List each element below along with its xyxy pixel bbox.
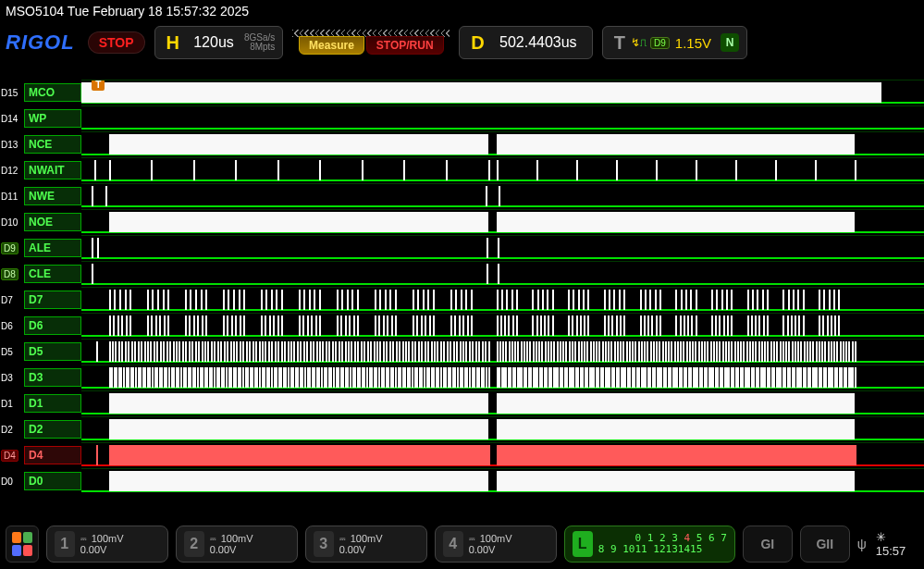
row-index-label: D4: [0, 442, 24, 468]
analog-channel-card-2[interactable]: 2⎓ 100mV0.00V: [176, 526, 298, 563]
timebase-group[interactable]: H 120us 8GSa/s8Mpts: [154, 26, 284, 59]
channel-label-NWE[interactable]: NWE: [24, 187, 81, 205]
delay-letter: D: [467, 32, 487, 54]
apps-button[interactable]: [6, 526, 39, 563]
channel-label-WP[interactable]: WP: [24, 109, 81, 128]
row-index-label: D0: [0, 468, 24, 494]
channel-readout: ⎓ 100mV0.00V: [469, 533, 512, 555]
logic-analyzer-card[interactable]: L 0 1 2 3 4 5 6 78 9 1011 12131415: [564, 526, 735, 563]
channel-label-NWAIT[interactable]: NWAIT: [24, 161, 81, 179]
channel-label-D2[interactable]: D2: [24, 420, 81, 439]
channel-label-MCO[interactable]: MCO: [24, 83, 81, 102]
row-index-label: D8: [0, 261, 24, 287]
trigger-level: 1.15V: [673, 35, 711, 51]
logic-L-badge: L: [573, 531, 593, 557]
tab-measure[interactable]: Measure: [299, 36, 364, 55]
digital-row-ALE: D9ALE: [0, 235, 924, 261]
group-1-card[interactable]: GI: [743, 526, 793, 563]
waveform-area[interactable]: D15MCOTD14WPD13NCED12NWAITD11NWED10NOED9…: [0, 80, 924, 518]
digital-row-CLE: D8CLE: [0, 261, 924, 287]
trigger-group[interactable]: T ↯⎍ D9 1.15V N: [602, 26, 747, 59]
channel-label-D6[interactable]: D6: [24, 316, 81, 335]
row-index-label: D12: [0, 157, 24, 183]
digital-row-NWAIT: D12NWAIT: [0, 157, 924, 183]
bottom-toolbar: 1⎓ 100mV0.00V2⎓ 100mV0.00V3⎓ 100mV0.00V4…: [0, 519, 924, 569]
channel-readout: ⎓ 100mV0.00V: [210, 533, 253, 555]
channel-number: 3: [314, 531, 334, 557]
digital-row-WP: D14WP: [0, 105, 924, 131]
trigger-edge-icon: ↯⎍: [631, 36, 647, 49]
row-index-label: D5: [0, 339, 24, 365]
row-index-label: D3: [0, 365, 24, 390]
digital-row-D2: D2D2: [0, 416, 924, 442]
channel-number: 4: [443, 531, 463, 557]
row-index-label: D13: [0, 131, 24, 157]
top-toolbar: RIGOL STOP H 120us 8GSa/s8Mpts Measure S…: [0, 22, 924, 65]
channel-label-D7[interactable]: D7: [24, 291, 81, 309]
row-index-label: D9: [0, 235, 24, 261]
row-index-label: D15: [0, 80, 24, 105]
channel-label-CLE[interactable]: CLE: [24, 265, 81, 283]
logic-bits: 0 1 2 3 4 5 6 78 9 1011 12131415: [598, 522, 727, 566]
delay-group[interactable]: D 502.4403us: [459, 26, 592, 59]
channel-number: 1: [55, 531, 75, 557]
channel-label-D1[interactable]: D1: [24, 394, 81, 413]
row-index-label: D11: [0, 183, 24, 209]
row-index-label: D2: [0, 416, 24, 442]
row-index-label: D6: [0, 313, 24, 339]
digital-row-D5: D5D5: [0, 339, 924, 365]
analog-channel-card-4[interactable]: 4⎓ 100mV0.00V: [435, 526, 557, 563]
channel-label-ALE[interactable]: ALE: [24, 239, 81, 257]
row-index-label: D1: [0, 390, 24, 416]
digital-row-NCE: D13NCE: [0, 131, 924, 157]
channel-label-D4[interactable]: D4: [24, 446, 81, 464]
digital-row-D3: D3D3: [0, 365, 924, 390]
channel-number: 2: [184, 531, 204, 557]
channel-readout: ⎓ 100mV0.00V: [80, 533, 124, 555]
tab-stoprun[interactable]: STOP/RUN: [366, 36, 444, 55]
channel-label-D0[interactable]: D0: [24, 472, 81, 490]
status-right: ψ ✳ 15:57: [857, 530, 918, 558]
timebase-value: 120us: [187, 34, 240, 51]
usb-icon: ψ: [857, 537, 867, 551]
brand-logo: RIGOL: [6, 31, 75, 55]
center-tabs: Measure STOP/RUN: [292, 30, 450, 56]
channel-label-D5[interactable]: D5: [24, 342, 81, 361]
row-index-label: D10: [0, 209, 24, 235]
group-2-card[interactable]: GII: [800, 526, 850, 563]
trigger-letter: T: [610, 32, 629, 54]
digital-row-D1: D1D1: [0, 390, 924, 416]
digital-row-NWE: D11NWE: [0, 183, 924, 209]
digital-row-MCO: D15MCOT: [0, 80, 924, 105]
channel-label-D3[interactable]: D3: [24, 368, 81, 387]
digital-row-D6: D6D6: [0, 313, 924, 339]
channel-label-NCE[interactable]: NCE: [24, 135, 81, 154]
timebase-sub: 8GSa/s8Mpts: [244, 33, 275, 52]
run-state-badge[interactable]: STOP: [88, 31, 145, 54]
row-index-label: D14: [0, 105, 24, 131]
digital-row-D4: D4D4: [0, 442, 924, 468]
channel-label-NOE[interactable]: NOE: [24, 213, 81, 231]
analog-channel-card-1[interactable]: 1⎓ 100mV0.00V: [46, 526, 168, 563]
trigger-mode-badge[interactable]: N: [721, 33, 739, 52]
clock: ✳ 15:57: [876, 530, 918, 558]
delay-value: 502.4403us: [492, 34, 585, 51]
analog-channel-card-3[interactable]: 3⎓ 100mV0.00V: [305, 526, 427, 563]
window-title: MSO5104 Tue February 18 15:57:32 2025: [0, 0, 924, 22]
timebase-letter: H: [163, 32, 183, 54]
digital-row-D0: D0D0: [0, 468, 924, 494]
digital-row-NOE: D10NOE: [0, 209, 924, 235]
row-index-label: D7: [0, 287, 24, 313]
trigger-source-chip: D9: [650, 37, 670, 49]
digital-row-D7: D7D7: [0, 287, 924, 313]
channel-readout: ⎓ 100mV0.00V: [339, 533, 383, 555]
